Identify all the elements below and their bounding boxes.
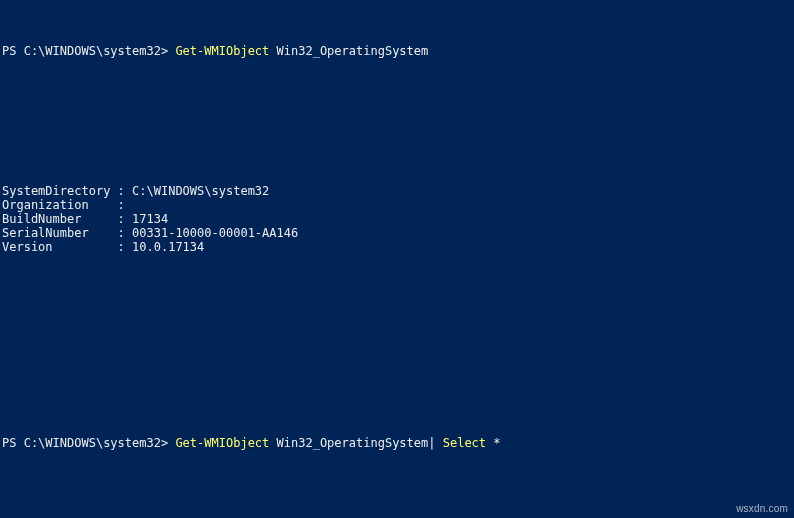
cmdlet: Get-WMIObject: [175, 44, 269, 58]
cmdlet-args: Win32_OperatingSystem: [269, 436, 428, 450]
blank-line: [2, 128, 794, 142]
output-key: Version: [2, 240, 118, 254]
blank-line: [2, 296, 794, 310]
prompt-prefix: PS C:\WINDOWS\system32>: [2, 436, 175, 450]
select-cmdlet: Select: [443, 436, 486, 450]
pipe-char: |: [428, 436, 442, 450]
output-key: SerialNumber: [2, 226, 118, 240]
output-separator: :: [118, 198, 132, 212]
output-value: 00331-10000-00001-AA146: [132, 226, 298, 240]
output-row: Organization :: [2, 198, 794, 212]
prompt-prefix: PS C:\WINDOWS\system32>: [2, 44, 175, 58]
output-separator: :: [118, 212, 132, 226]
output-value: 10.0.17134: [132, 240, 204, 254]
blank-line: [2, 478, 794, 492]
output-separator: :: [118, 184, 132, 198]
prompt-line-1: PS C:\WINDOWS\system32> Get-WMIObject Wi…: [2, 44, 794, 58]
output-row: SerialNumber : 00331-10000-00001-AA146: [2, 226, 794, 240]
cmdlet-args: Win32_OperatingSystem: [269, 44, 428, 58]
output-row: BuildNumber : 17134: [2, 212, 794, 226]
output-separator: :: [118, 240, 132, 254]
watermark: wsxdn.com: [736, 502, 788, 516]
cmdlet: Get-WMIObject: [175, 436, 269, 450]
output-row: SystemDirectory : C:\WINDOWS\system32: [2, 184, 794, 198]
blank-line: [2, 380, 794, 394]
output-value: 17134: [132, 212, 168, 226]
output-separator: :: [118, 226, 132, 240]
powershell-terminal[interactable]: PS C:\WINDOWS\system32> Get-WMIObject Wi…: [0, 0, 794, 518]
select-wildcard: *: [486, 436, 500, 450]
output-key: Organization: [2, 198, 118, 212]
output-row: Version : 10.0.17134: [2, 240, 794, 254]
blank-line: [2, 86, 794, 100]
blank-line: [2, 338, 794, 352]
output-key: SystemDirectory: [2, 184, 118, 198]
output-value: C:\WINDOWS\system32: [132, 184, 269, 198]
prompt-line-2: PS C:\WINDOWS\system32> Get-WMIObject Wi…: [2, 436, 794, 450]
output-block-1: SystemDirectory : C:\WINDOWS\system32Org…: [2, 184, 794, 254]
output-key: BuildNumber: [2, 212, 118, 226]
